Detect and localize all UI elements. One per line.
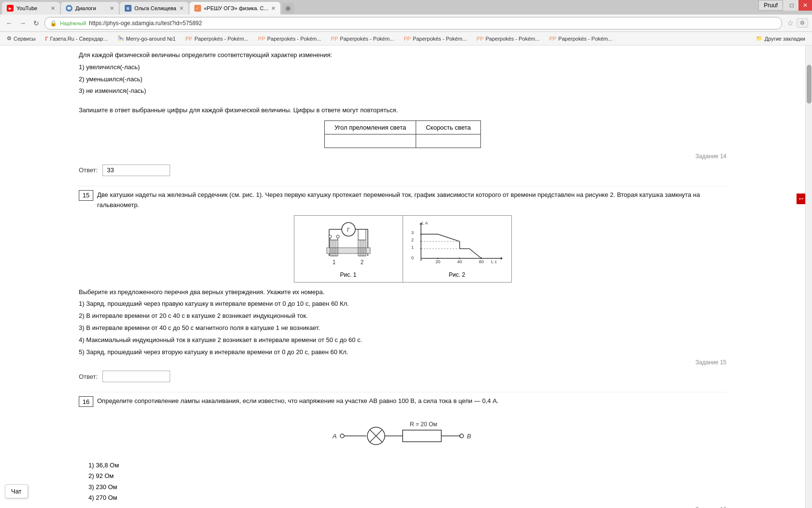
- tab-dialogi[interactable]: 💬 Диалоги ✕: [61, 2, 119, 15]
- task14-cell1: [324, 134, 416, 148]
- zadanie16-label: Задание 16: [79, 506, 726, 508]
- tab-olga-label: Ольга Селищева: [134, 5, 176, 11]
- task14-col1: Угол преломления света: [324, 120, 416, 134]
- svg-text:I, А: I, А: [421, 221, 428, 225]
- tab-reshu-label: «РЕШУ ОГЭ» физика. С...: [204, 5, 268, 11]
- forward-button[interactable]: →: [17, 18, 28, 29]
- svg-text:20: 20: [435, 259, 440, 264]
- bookmark-pp3-icon: PP: [331, 36, 338, 42]
- bookmark-star-button[interactable]: ☆: [787, 18, 794, 28]
- task14-answer-input[interactable]: [102, 164, 170, 176]
- bookmark-pp6[interactable]: PP Paperpokés - Pokém...: [545, 35, 616, 43]
- task15-diagrams: Г: [79, 215, 726, 283]
- svg-marker-31: [501, 257, 503, 260]
- task15-badge: 15: [79, 190, 93, 201]
- svg-text:1: 1: [411, 245, 414, 250]
- bookmark-pp1-label: Paperpokés - Pokém...: [194, 36, 248, 42]
- scrollbar-thumb[interactable]: [807, 65, 812, 104]
- tab-olga[interactable]: В Ольга Селищева ✕: [120, 2, 188, 15]
- svg-point-51: [340, 434, 344, 438]
- bookmark-pp3[interactable]: PP Paperpokés - Pokém...: [327, 35, 398, 43]
- maximize-button[interactable]: □: [785, 0, 798, 11]
- task16-options: 1) 36,8 Ом 2) 92 Ом 3) 230 Ом 4) 270 Ом: [88, 460, 726, 503]
- tab-yt-label: YouTube: [16, 5, 48, 11]
- svg-text:0: 0: [411, 255, 414, 260]
- page-content: Для каждой физической величины определит…: [69, 45, 736, 508]
- svg-text:40: 40: [457, 259, 462, 264]
- task14-intro: Для каждой физической величины определит…: [79, 50, 726, 96]
- task14-section: Для каждой физической величины определит…: [79, 50, 726, 176]
- task16-option1: 1) 36,8 Ом: [88, 460, 726, 471]
- task15-answer-label: Ответ:: [79, 373, 98, 380]
- tab-yt-close[interactable]: ✕: [51, 5, 55, 12]
- svg-text:R = 20 Ом: R = 20 Ом: [410, 421, 437, 428]
- extensions-button[interactable]: ⚙: [797, 18, 808, 28]
- bookmark-pp5[interactable]: PP Paperpokés - Pokém...: [473, 35, 544, 43]
- svg-text:2: 2: [411, 238, 414, 242]
- task14-col2: Скорость света: [416, 120, 481, 134]
- circuit-svg: A R = 20 Ом: [318, 412, 487, 455]
- tab-reshu-icon: ✓: [194, 5, 201, 12]
- tab-olga-close[interactable]: ✕: [179, 5, 184, 12]
- task16-text: Определите сопротивление лампы накаливан…: [97, 396, 726, 406]
- task16-option2: 2) 92 Ом: [88, 471, 726, 481]
- svg-text:2: 2: [360, 259, 363, 266]
- tab-olga-icon: В: [125, 5, 131, 12]
- task15-answer-input[interactable]: [102, 371, 170, 382]
- tab-bar: ▶ YouTube ✕ 💬 Диалоги ✕ В Ольга Селищева…: [0, 0, 812, 15]
- svg-point-15: [336, 235, 339, 238]
- bookmark-pp2[interactable]: PP Paperpokés - Pokém...: [254, 35, 325, 43]
- task16-section: 16 Определите сопротивление лампы накали…: [79, 396, 726, 508]
- svg-rect-57: [403, 430, 441, 442]
- scrollbar[interactable]: [805, 45, 812, 508]
- bookmark-services[interactable]: ⚙ Сервисы: [3, 34, 40, 43]
- svg-text:Г: Г: [347, 227, 350, 233]
- bookmark-merry[interactable]: 🎠 Merry-go-around №1: [114, 34, 180, 43]
- pruuf-button[interactable]: Pruuf: [758, 0, 783, 11]
- task15-section: 15 Две катушки надеты на железный сердеч…: [79, 190, 726, 382]
- bookmark-services-label: Сервисы: [14, 36, 36, 42]
- bookmark-pp2-icon: PP: [258, 36, 265, 42]
- tab-dialogi-close[interactable]: ✕: [110, 5, 114, 12]
- address-bar-row: ← → ↻ 🔒 Надёжный https://phys-oge.sdamgi…: [0, 15, 812, 32]
- fig1-container: Г: [294, 216, 403, 282]
- bookmark-pp4[interactable]: PP Paperpokés - Pokém...: [400, 35, 471, 43]
- back-button[interactable]: ←: [4, 18, 14, 29]
- task15-answer-row: Ответ:: [79, 371, 726, 382]
- fig1-label: Рис. 1: [300, 271, 397, 278]
- coil-diagram-svg: Г: [300, 220, 397, 268]
- task14-answer-row: Ответ:: [79, 164, 726, 176]
- bookmark-gazeta[interactable]: Г Газета.Ru - Сверхдар...: [42, 35, 112, 43]
- task15-question: Выберите из предложенного перечня два ве…: [79, 287, 726, 298]
- bookmark-more-icon: 📁: [756, 35, 763, 42]
- tab-reshu-close[interactable]: ✕: [271, 5, 276, 12]
- tab-reshu[interactable]: ✓ «РЕШУ ОГЭ» физика. С... ✕: [189, 2, 280, 15]
- bookmark-pp4-icon: PP: [404, 36, 411, 42]
- bookmark-pp1[interactable]: PP Paperpokés - Pokém...: [181, 35, 252, 43]
- tab-dialogi-label: Диалоги: [75, 5, 107, 11]
- close-button[interactable]: ✕: [798, 0, 812, 11]
- coil1-windings: [329, 235, 339, 256]
- secure-icon: 🔒: [50, 20, 57, 27]
- task16-option3: 3) 230 Ом: [88, 482, 726, 493]
- task14-instruction: Запишите в ответ выбранные цифры для каж…: [79, 105, 726, 116]
- bookmark-more-label: Другие закладки: [765, 36, 805, 42]
- tab-yt-icon: ▶: [7, 5, 14, 12]
- bookmark-pp4-label: Paperpokés - Pokém...: [413, 36, 467, 42]
- bookmark-more[interactable]: 📁 Другие закладки: [752, 34, 809, 43]
- chat-button[interactable]: Чат: [5, 484, 28, 498]
- tab-youtube[interactable]: ▶ YouTube ✕: [2, 2, 60, 15]
- fig2-label: Рис. 2: [409, 271, 506, 278]
- graph-svg: 0 1 2 3 20 40 60: [409, 220, 506, 268]
- bookmark-services-icon: ⚙: [7, 35, 12, 42]
- bookmark-pp5-icon: PP: [477, 36, 484, 42]
- refresh-button[interactable]: ↻: [31, 18, 42, 29]
- svg-text:1: 1: [332, 259, 335, 266]
- new-tab-button[interactable]: ⊕: [282, 3, 294, 14]
- zadanie14-label: Задание 14: [79, 153, 726, 160]
- task15-statements: 1) Заряд, прошедший через правую катушку…: [79, 299, 726, 357]
- address-box[interactable]: 🔒 Надёжный https://phys-oge.sdamgia.ru/t…: [44, 17, 782, 30]
- right-panel[interactable]: 1: [797, 194, 805, 204]
- browser-chrome: ▶ YouTube ✕ 💬 Диалоги ✕ В Ольга Селищева…: [0, 0, 812, 45]
- svg-text:60: 60: [479, 259, 484, 264]
